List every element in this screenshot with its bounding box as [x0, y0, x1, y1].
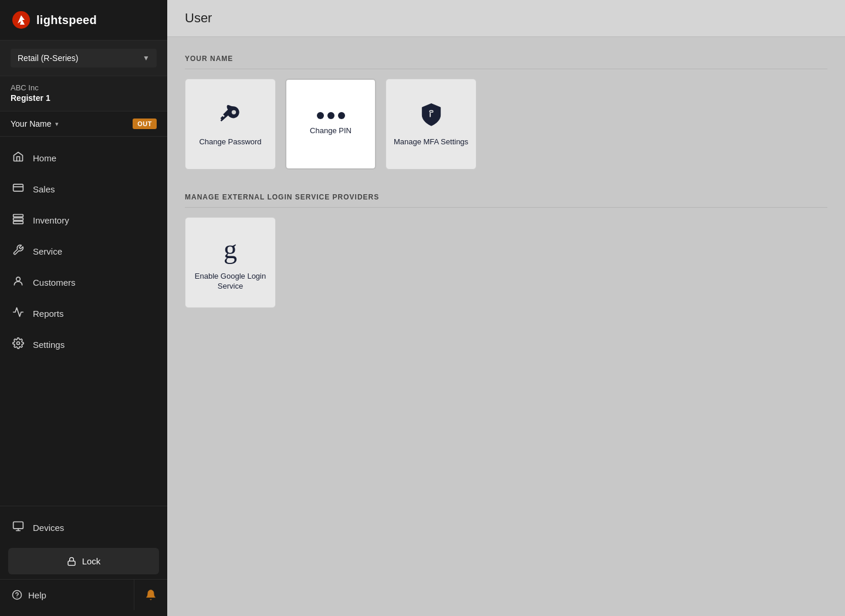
user-name-button[interactable]: Your Name ▾: [11, 119, 59, 128]
sales-icon: [12, 182, 25, 197]
lock-icon: [67, 557, 76, 566]
user-name-label: Your Name: [11, 119, 52, 128]
sidebar-footer: Help: [0, 579, 167, 610]
sidebar-item-sales-label: Sales: [33, 184, 55, 194]
svg-rect-11: [430, 113, 431, 117]
svg-rect-3: [13, 218, 23, 220]
customers-icon: [12, 275, 25, 290]
enable-google-card[interactable]: g Enable Google Login Service: [185, 217, 276, 308]
user-dropdown-icon: ▾: [55, 120, 59, 128]
lock-button[interactable]: Lock: [8, 548, 159, 574]
manage-mfa-label: Manage MFA Settings: [394, 137, 468, 147]
devices-icon: [12, 520, 25, 535]
page-title: User: [185, 11, 827, 26]
store-selector[interactable]: Retail (R-Series) ▼: [11, 49, 157, 67]
shield-icon: [418, 101, 445, 130]
main-header: User: [167, 0, 845, 37]
help-button[interactable]: Help: [0, 580, 134, 610]
sidebar-item-settings[interactable]: Settings: [0, 329, 167, 360]
out-badge: OUT: [133, 119, 157, 129]
section-your-name-title: YOUR NAME: [185, 55, 827, 69]
company-name: ABC Inc: [11, 83, 157, 92]
sidebar: lightspeed Retail (R-Series) ▼ ABC Inc R…: [0, 0, 167, 616]
sidebar-item-service[interactable]: Service: [0, 236, 167, 267]
home-icon: [12, 151, 25, 165]
sidebar-item-home[interactable]: Home: [0, 143, 167, 174]
chevron-down-icon: ▼: [143, 54, 150, 62]
logo-text: lightspeed: [36, 13, 97, 27]
change-pin-card[interactable]: Change PIN: [285, 79, 376, 170]
svg-point-5: [16, 277, 21, 281]
change-pin-label: Change PIN: [310, 126, 351, 136]
inventory-icon: [12, 213, 25, 228]
svg-rect-1: [13, 184, 23, 191]
svg-point-10: [231, 110, 235, 114]
store-selector-label: Retail (R-Series): [18, 53, 138, 63]
main-content: User YOUR NAME Change Password: [167, 0, 845, 616]
sidebar-item-sales[interactable]: Sales: [0, 174, 167, 205]
sidebar-logo: lightspeed: [0, 0, 167, 40]
service-icon: [12, 244, 25, 259]
key-icon: [217, 101, 244, 130]
notification-button[interactable]: [134, 580, 167, 610]
user-row: Your Name ▾ OUT: [0, 111, 167, 137]
settings-icon: [12, 337, 25, 352]
svg-rect-8: [68, 561, 75, 565]
svg-rect-2: [13, 215, 23, 217]
lock-label: Lock: [82, 556, 101, 566]
svg-rect-4: [13, 221, 23, 224]
sidebar-bottom: Devices Lock Help: [0, 506, 167, 616]
main-body: YOUR NAME Change Password: [167, 37, 845, 616]
sidebar-nav: Home Sales Inventory: [0, 137, 167, 506]
register-name: Register 1: [11, 93, 157, 103]
help-label: Help: [28, 590, 46, 600]
sidebar-item-service-label: Service: [33, 246, 62, 256]
sidebar-item-devices[interactable]: Devices: [0, 512, 167, 543]
sidebar-item-reports-label: Reports: [33, 309, 64, 319]
sidebar-item-customers[interactable]: Customers: [0, 267, 167, 298]
store-selector-area: Retail (R-Series) ▼: [0, 40, 167, 76]
sidebar-item-reports[interactable]: Reports: [0, 298, 167, 329]
devices-label: Devices: [33, 523, 64, 533]
security-cards-row: Change Password Change PIN: [185, 79, 827, 170]
change-password-card[interactable]: Change Password: [185, 79, 276, 170]
notification-bell-icon: [145, 589, 157, 601]
sidebar-item-settings-label: Settings: [33, 340, 65, 350]
section-external-login-title: MANAGE EXTERNAL LOGIN SERVICE PROVIDERS: [185, 193, 827, 208]
lightspeed-logo-icon: [12, 11, 31, 29]
external-cards-row: g Enable Google Login Service: [185, 217, 827, 308]
reports-icon: [12, 306, 25, 321]
svg-rect-7: [13, 522, 23, 529]
svg-point-6: [17, 342, 20, 345]
help-icon: [12, 590, 22, 600]
enable-google-label: Enable Google Login Service: [185, 272, 275, 292]
change-password-label: Change Password: [199, 137, 261, 147]
sidebar-item-home-label: Home: [33, 153, 56, 163]
sidebar-item-inventory[interactable]: Inventory: [0, 205, 167, 236]
google-icon: g: [224, 233, 237, 265]
sidebar-item-customers-label: Customers: [33, 277, 76, 287]
register-info: ABC Inc Register 1: [0, 76, 167, 111]
manage-mfa-card[interactable]: Manage MFA Settings: [386, 79, 476, 170]
sidebar-item-inventory-label: Inventory: [33, 215, 69, 225]
pin-dots-icon: [317, 112, 345, 119]
